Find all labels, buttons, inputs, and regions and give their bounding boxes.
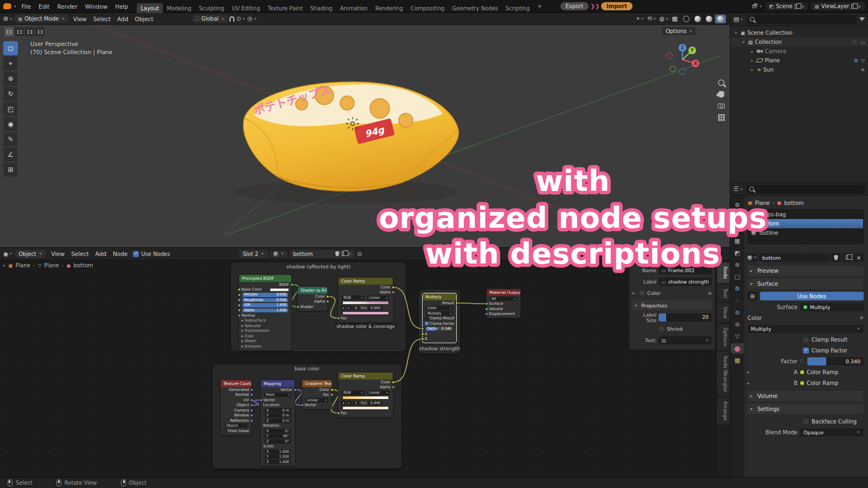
- properties-tab[interactable]: [731, 331, 744, 342]
- scale-tool[interactable]: ◰: [3, 102, 18, 116]
- editor-type-icon[interactable]: ☰▾: [733, 185, 743, 192]
- node-editor-menu-item[interactable]: Add: [92, 249, 110, 258]
- node-row-tw[interactable]: ▸ Transmission: [239, 329, 291, 334]
- node-bsdf[interactable]: Principled BSDFBSDFBase ColorMetallic0.0…: [239, 274, 292, 351]
- exclude-checkbox[interactable]: [851, 40, 857, 44]
- properties-tab[interactable]: [731, 307, 744, 318]
- properties-search-input[interactable]: [746, 185, 865, 194]
- select-mode-extend-icon[interactable]: [15, 27, 24, 36]
- workspace-tab[interactable]: Rendering: [372, 3, 407, 13]
- modifier-icon[interactable]: ⚙: [854, 58, 858, 63]
- workspace-tab[interactable]: Compositing: [407, 3, 449, 13]
- navigation-gizmo[interactable]: Z X Y: [663, 40, 702, 79]
- node-row-field[interactable]: Z1.000: [261, 459, 295, 465]
- properties-tab[interactable]: [731, 260, 744, 270]
- camera-view-icon[interactable]: [718, 104, 725, 108]
- expand-icon[interactable]: ▸: [3, 263, 5, 268]
- viewport-menu-item[interactable]: View: [70, 15, 90, 23]
- node-row-tw[interactable]: ▸ Subsurface: [239, 318, 291, 324]
- node-header[interactable]: Color Ramp: [339, 278, 393, 285]
- properties-tab[interactable]: [731, 200, 744, 210]
- use-nodes-checkbox[interactable]: [133, 251, 139, 257]
- expand-icon[interactable]: ▾: [733, 31, 738, 35]
- node-row-menu2[interactable]: RGB▾Linear▾: [339, 295, 393, 300]
- sidebar-tab[interactable]: View: [717, 303, 730, 322]
- node-outnode[interactable]: Material OutputAll▾SurfaceVolumeDisplace…: [486, 288, 521, 318]
- node-header[interactable]: Color Ramp: [339, 373, 393, 380]
- volume-panel-header[interactable]: ▸Volume: [748, 391, 864, 401]
- pin-icon[interactable]: ⊙: [357, 251, 362, 258]
- app-menu-item[interactable]: File: [18, 2, 35, 11]
- node-row-field[interactable]: Y1.000: [261, 454, 295, 460]
- node-row-tw[interactable]: ▸ Specular: [239, 323, 291, 329]
- editor-type-icon[interactable]: ⊞▾: [3, 15, 13, 22]
- sidebar-tab[interactable]: Options: [717, 324, 730, 350]
- properties-tab[interactable]: [731, 236, 744, 246]
- workspace-tab[interactable]: UV Editing: [228, 3, 264, 13]
- shading-solid-icon[interactable]: [692, 15, 703, 23]
- node-row-slider[interactable]: Metallic0.000: [239, 292, 291, 298]
- shading-wireframe-icon[interactable]: [681, 15, 692, 23]
- properties-tab[interactable]: [731, 224, 744, 234]
- node-row-slider[interactable]: IOR1.450: [239, 303, 291, 308]
- expand-icon[interactable]: ▸: [748, 370, 752, 375]
- node-row-field[interactable]: Object:: [221, 423, 251, 429]
- node-row-check[interactable]: Clamp Result: [423, 316, 456, 322]
- node-header[interactable]: Shader to RGB: [298, 287, 327, 294]
- node-header[interactable]: Material Output: [487, 289, 520, 296]
- toggle-perspective-icon[interactable]: [718, 114, 725, 121]
- expand-icon[interactable]: ▾: [741, 40, 746, 44]
- material-slot[interactable]: chips-bag: [748, 210, 863, 219]
- add-primitive-tool[interactable]: ⊞: [3, 163, 18, 177]
- node-row-field[interactable]: X0 m: [261, 408, 295, 413]
- factor-slider[interactable]: 0.340: [807, 357, 864, 365]
- app-menu-item[interactable]: Window: [81, 2, 111, 11]
- node-row-rampctl[interactable]: ◂▸0Pos0.000: [339, 305, 393, 311]
- node-row-slider[interactable]: Roughness0.500: [239, 298, 291, 303]
- select-box-tool[interactable]: ◻: [3, 41, 18, 55]
- sidebar-tab[interactable]: Arrange: [717, 397, 730, 425]
- select-mode-intersect-icon[interactable]: [35, 27, 44, 36]
- node-row-tw[interactable]: ▸ Emission: [239, 344, 291, 349]
- workspace-tab[interactable]: Texture Paint: [264, 3, 307, 13]
- clamp-result-checkbox[interactable]: [803, 337, 809, 343]
- node-gradtex[interactable]: Gradient TextureColorFacLinear▾Vector: [302, 380, 332, 409]
- expand-icon[interactable]: ▸: [750, 49, 755, 54]
- add-workspace-button[interactable]: +: [534, 3, 545, 10]
- properties-tab[interactable]: [731, 212, 744, 222]
- node-header[interactable]: Gradient Texture: [302, 380, 331, 387]
- node-row-field[interactable]: Y0 m: [261, 413, 295, 419]
- sidebar-tab[interactable]: Node: [717, 262, 730, 283]
- workspace-tab[interactable]: Layout: [137, 3, 163, 13]
- node-mult[interactable]: MultiplyResultColor▾Multiply▾Clamp Resul…: [422, 293, 457, 343]
- shading-rendered-icon[interactable]: [715, 15, 726, 23]
- shrink-checkbox[interactable]: [659, 326, 665, 332]
- node-header[interactable]: Texture Coordinate: [221, 380, 251, 387]
- workspace-tab[interactable]: Sculpting: [195, 3, 228, 13]
- text-datablock-dropdown[interactable]: ▤ ▾: [659, 336, 712, 344]
- browse-material-icon[interactable]: ▾: [270, 251, 288, 258]
- material-name-field[interactable]: bottom ×: [290, 250, 355, 258]
- node-header[interactable]: Multiply: [423, 293, 456, 300]
- node-row-tw[interactable]: ▸ Coat: [239, 333, 291, 339]
- proportional-edit-icon[interactable]: ◎▾: [247, 15, 257, 22]
- browse-material-icon[interactable]: ▾: [748, 253, 757, 262]
- menu-icon[interactable]: ≡: [707, 291, 712, 296]
- node-row-menu[interactable]: Point▾: [261, 393, 295, 398]
- export-button[interactable]: Export: [560, 2, 589, 10]
- screen-icon[interactable]: 🗗▾: [752, 3, 763, 10]
- overlays-toggle-icon[interactable]: ◍▾: [659, 15, 669, 22]
- outliner-search-input[interactable]: [746, 15, 857, 24]
- properties-tab[interactable]: [731, 296, 744, 306]
- node-row-slider[interactable]: Alpha1.000: [239, 308, 291, 313]
- blend-operation-dropdown[interactable]: Multiply▾: [748, 325, 864, 333]
- node-canvas[interactable]: shadow (affected by light)base colorshad…: [0, 247, 730, 477]
- outliner-row-plane[interactable]: ▸ Plane ⚙ ▽: [730, 56, 868, 65]
- shading-material-icon[interactable]: [704, 15, 714, 23]
- clamp-factor-checkbox[interactable]: [803, 348, 809, 354]
- use-nodes-button[interactable]: Use Nodes: [760, 292, 864, 300]
- viewport-menu-item[interactable]: Add: [114, 15, 131, 23]
- lamp-data-icon[interactable]: ☀: [860, 67, 865, 73]
- node-row-field[interactable]: X0°: [261, 428, 295, 434]
- node-row-field[interactable]: X1.000: [261, 449, 295, 454]
